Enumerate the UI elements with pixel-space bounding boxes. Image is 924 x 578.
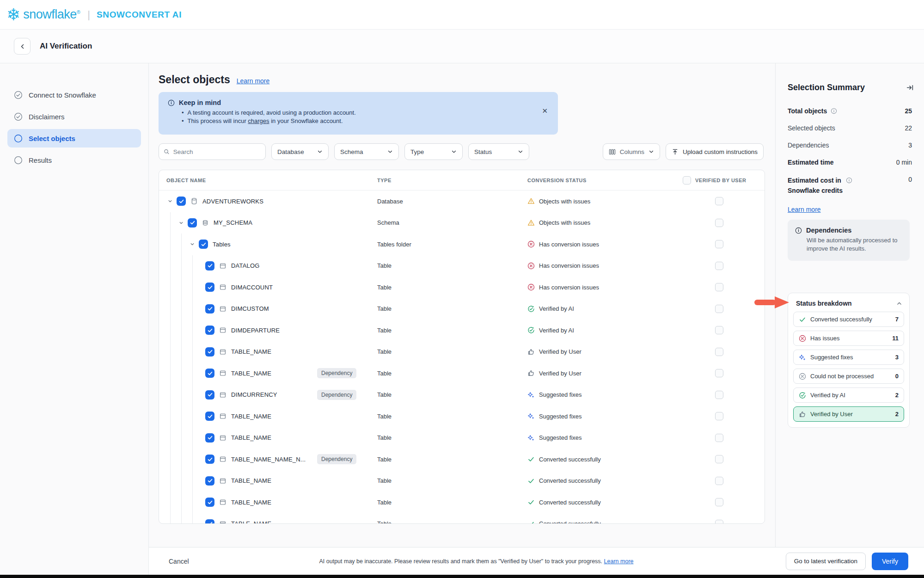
- step-circle-icon: [14, 134, 23, 143]
- verified-by-user-checkbox[interactable]: [715, 240, 723, 248]
- column-header-verified-by-user[interactable]: VERIFIED BY USER: [683, 170, 747, 191]
- object-type: Table: [377, 449, 392, 470]
- status-icon: [527, 391, 535, 399]
- heading-learn-more-link[interactable]: Learn more: [237, 77, 270, 85]
- sidebar-step-connect-to-snowflake[interactable]: Connect to Snowflake: [7, 86, 141, 104]
- row-checkbox[interactable]: [199, 240, 208, 249]
- row-checkbox[interactable]: [177, 197, 186, 206]
- row-checkbox[interactable]: [205, 390, 214, 400]
- sidebar-step-results[interactable]: Results: [7, 151, 141, 169]
- summary-learn-more-link[interactable]: Learn more: [788, 206, 821, 213]
- row-checkbox[interactable]: [205, 326, 214, 335]
- search-input[interactable]: [173, 148, 261, 155]
- object-type: Tables folder: [377, 234, 411, 255]
- table-row: TABLE_NAME_NAME_N...DependencyTableConve…: [159, 449, 765, 470]
- back-button[interactable]: [14, 38, 31, 55]
- table-icon: [219, 305, 226, 313]
- object-type: Table: [377, 363, 392, 384]
- check-icon: [201, 241, 207, 247]
- row-checkbox[interactable]: [205, 433, 214, 443]
- breakdown-item-verified-by-user[interactable]: Verified by User2: [793, 406, 904, 422]
- verified-by-user-checkbox[interactable]: [715, 412, 723, 420]
- object-type: Table: [377, 427, 392, 449]
- verified-by-user-checkbox[interactable]: [715, 520, 723, 524]
- breakdown-item-could-not-be-processed[interactable]: Could not be processed0: [793, 369, 904, 384]
- sidebar-step-disclaimers[interactable]: Disclaimers: [7, 107, 141, 126]
- verify-button[interactable]: Verify: [872, 553, 908, 570]
- object-name: DIMCUSTOM: [231, 305, 269, 312]
- verified-by-user-checkbox[interactable]: [715, 348, 723, 356]
- verified-by-user-checkbox[interactable]: [715, 197, 723, 205]
- breakdown-item-verified-by-ai[interactable]: Verified by AI2: [793, 387, 904, 403]
- page-title: AI Verification: [40, 42, 92, 51]
- search-box[interactable]: [159, 143, 266, 160]
- object-type: Table: [377, 384, 392, 406]
- summary-row-dependencies: Dependencies3: [788, 141, 912, 149]
- breakdown-item-converted-successfully[interactable]: Converted successfully7: [793, 312, 904, 327]
- verified-by-user-checkbox[interactable]: [715, 305, 723, 313]
- chevron-left-icon: [19, 43, 25, 49]
- breakdown-item-has-issues[interactable]: Has issues11: [793, 331, 904, 346]
- check-icon: [190, 220, 196, 226]
- expand-chevron-icon[interactable]: [166, 199, 174, 203]
- row-checkbox[interactable]: [205, 283, 214, 292]
- cancel-button[interactable]: Cancel: [169, 558, 189, 565]
- go-to-latest-verification-button[interactable]: Go to latest verification: [786, 553, 866, 570]
- upload-custom-instructions-button[interactable]: Upload custom instructions: [666, 143, 764, 160]
- chevron-up-icon[interactable]: [896, 301, 902, 307]
- verified-by-user-checkbox[interactable]: [715, 262, 723, 270]
- row-checkbox[interactable]: [205, 347, 214, 357]
- row-checkbox[interactable]: [205, 304, 214, 314]
- check-icon: [207, 370, 213, 376]
- schema-filter-dropdown[interactable]: Schema: [334, 143, 399, 160]
- status-filter-dropdown[interactable]: Status: [468, 143, 529, 160]
- verified-by-user-checkbox[interactable]: [715, 434, 723, 442]
- breakdown-count: 2: [895, 392, 899, 399]
- row-checkbox[interactable]: [205, 369, 214, 378]
- object-type: Table: [377, 277, 392, 298]
- keep-in-mind-banner: Keep in mind A testing account is requir…: [159, 92, 558, 135]
- column-header-type[interactable]: TYPE: [377, 170, 392, 191]
- verified-by-user-checkbox[interactable]: [715, 326, 723, 334]
- banner-close-icon[interactable]: ✕: [542, 107, 548, 115]
- verified-by-user-checkbox[interactable]: [715, 455, 723, 463]
- column-header-conversion-status[interactable]: CONVERSION STATUS: [527, 170, 587, 191]
- expand-chevron-icon[interactable]: [189, 242, 196, 246]
- row-checkbox[interactable]: [188, 218, 197, 228]
- row-checkbox[interactable]: [205, 261, 214, 271]
- row-checkbox[interactable]: [205, 519, 214, 524]
- row-checkbox[interactable]: [205, 498, 214, 507]
- footer-learn-more-link[interactable]: Learn more: [604, 558, 634, 565]
- check-icon: [207, 392, 213, 398]
- database-filter-dropdown[interactable]: Database: [271, 143, 329, 160]
- column-header-object-name[interactable]: OBJECT NAME: [166, 170, 206, 191]
- object-name: DATALOG: [231, 262, 260, 269]
- verified-by-ai-icon: [799, 392, 806, 399]
- dependencies-note: Dependencies Will be automatically proce…: [788, 220, 910, 261]
- row-checkbox[interactable]: [205, 455, 214, 464]
- verified-by-user-checkbox[interactable]: [715, 283, 723, 291]
- row-checkbox[interactable]: [205, 476, 214, 486]
- conversion-status: Converted successfully: [527, 513, 601, 524]
- verified-by-user-checkbox[interactable]: [715, 391, 723, 399]
- columns-icon: [609, 148, 616, 155]
- expand-chevron-icon[interactable]: [177, 221, 185, 225]
- verified-by-user-checkbox[interactable]: [715, 369, 723, 377]
- breakdown-item-suggested-fixes[interactable]: Suggested fixes3: [793, 350, 904, 365]
- verified-by-user-checkbox[interactable]: [715, 219, 723, 227]
- verified-header-checkbox[interactable]: [683, 176, 691, 184]
- type-filter-dropdown[interactable]: Type: [404, 143, 463, 160]
- thumbs-up-icon: [527, 348, 535, 356]
- verified-by-user-checkbox[interactable]: [715, 498, 723, 506]
- table-icon: [219, 348, 226, 356]
- step-label: Select objects: [29, 135, 75, 142]
- collapse-panel-icon[interactable]: [906, 84, 914, 92]
- charges-link[interactable]: charges: [248, 117, 269, 124]
- sidebar-step-select-objects[interactable]: Select objects: [7, 129, 141, 148]
- search-icon: [164, 148, 170, 155]
- step-done-icon: [14, 112, 23, 121]
- columns-button[interactable]: Columns: [603, 143, 660, 160]
- verified-by-user-checkbox[interactable]: [715, 477, 723, 485]
- success-check-icon: [527, 498, 535, 506]
- row-checkbox[interactable]: [205, 412, 214, 421]
